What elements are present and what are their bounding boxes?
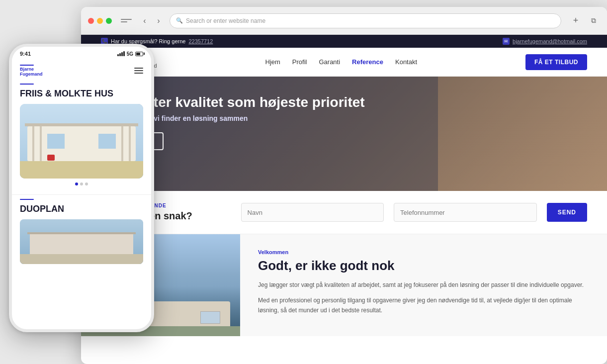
nav-hjem[interactable]: Hjem bbox=[265, 58, 280, 66]
signal-bar-1 bbox=[117, 54, 119, 56]
status-right: 5G bbox=[117, 51, 143, 57]
phone-card-house-body bbox=[27, 126, 136, 161]
phone-time: 9:41 bbox=[20, 51, 31, 57]
battery-icon bbox=[135, 52, 143, 56]
forward-button[interactable]: › bbox=[153, 15, 165, 27]
minimize-button[interactable] bbox=[97, 18, 103, 24]
mail-icon: ✉ bbox=[503, 38, 510, 45]
top-bar-phone[interactable]: 22357712 bbox=[188, 38, 213, 44]
top-bar-right: ✉ bjarnefugemand@hotmail.com bbox=[503, 38, 587, 45]
signal-bar-4 bbox=[123, 51, 125, 56]
phone-status-bar: 9:41 5G bbox=[12, 47, 151, 61]
signal-bar-3 bbox=[121, 52, 123, 56]
hero-section: Jeg sætter kvalitet som højeste priorite… bbox=[81, 77, 607, 191]
phone-pillar-2 bbox=[40, 126, 42, 161]
nav-garanti[interactable]: Garanti bbox=[319, 58, 340, 66]
phone-section-1-title: FRIIS & MOLKTE HUS bbox=[20, 89, 143, 99]
cta-button[interactable]: FÅ ET TILBUD bbox=[525, 54, 587, 70]
phone-pillar-3 bbox=[121, 126, 123, 161]
phone-dots bbox=[20, 182, 143, 185]
address-text: Search or enter website name bbox=[186, 17, 265, 24]
phone-logo-name: Bjarne bbox=[20, 67, 34, 72]
maximize-button[interactable] bbox=[106, 18, 112, 24]
phone-red-chair bbox=[47, 155, 55, 161]
top-bar-email[interactable]: bjarnefugemand@hotmail.com bbox=[513, 38, 587, 44]
phone-duoplan-building bbox=[30, 234, 133, 254]
phone-menu-line-2 bbox=[134, 70, 143, 71]
welcome-label: Velkommen bbox=[258, 249, 589, 255]
signal-bars bbox=[117, 51, 125, 56]
phone-frame: 9:41 5G Bjarne Fugemand bbox=[9, 44, 154, 332]
hero-title: Jeg sætter kvalitet som højeste priorite… bbox=[101, 94, 587, 110]
phone-logo-subtitle: Fugemand bbox=[20, 72, 43, 77]
website-content: 📞 Har du spørgsmål? Ring gerne 22357712 … bbox=[81, 35, 607, 364]
address-bar[interactable]: 🔍 Search or enter website name bbox=[170, 13, 561, 28]
welcome-text: Velkommen Godt, er ikke godt nok Jeg læg… bbox=[240, 234, 607, 336]
phone-menu-button[interactable] bbox=[134, 68, 143, 74]
nav-links: Hjem Profil Garanti Reference Kontakt bbox=[265, 58, 418, 66]
phone-card-ground bbox=[20, 161, 143, 179]
phone-section-2-title: DUOPLAN bbox=[20, 204, 143, 214]
phone-section-2: DUOPLAN bbox=[12, 194, 151, 268]
dot-3[interactable] bbox=[85, 182, 88, 185]
nav-arrows: ‹ › bbox=[139, 15, 165, 27]
contact-name-input[interactable] bbox=[241, 203, 384, 222]
phone-duoplan-image[interactable] bbox=[20, 219, 143, 264]
nav-kontakt[interactable]: Kontakt bbox=[395, 58, 417, 66]
phone-window-2 bbox=[98, 134, 116, 149]
signal-bar-2 bbox=[119, 53, 121, 56]
phone-pillar-1 bbox=[32, 126, 34, 161]
nav-reference[interactable]: Reference bbox=[352, 58, 383, 66]
copy-button[interactable]: ⧉ bbox=[587, 14, 600, 27]
welcome-title: Godt, er ikke godt nok bbox=[258, 258, 589, 273]
phone-pillar-4 bbox=[129, 126, 131, 161]
dot-1[interactable] bbox=[75, 182, 78, 185]
phone-menu-line-3 bbox=[134, 73, 143, 74]
phone-divider-1 bbox=[20, 84, 34, 85]
phone-divider-2 bbox=[20, 199, 34, 200]
welcome-body-2: Med en professionel og personlig tilgang… bbox=[258, 296, 589, 315]
battery-fill bbox=[136, 53, 140, 55]
phone-duoplan-ground bbox=[20, 254, 143, 264]
sidebar-toggle-button[interactable] bbox=[121, 16, 132, 25]
phone-section-1: FRIIS & MOLKTE HUS bbox=[12, 79, 151, 194]
dot-2[interactable] bbox=[80, 182, 83, 185]
contact-send-button[interactable]: SEND bbox=[547, 203, 587, 222]
top-bar: 📞 Har du spørgsmål? Ring gerne 22357712 … bbox=[81, 35, 607, 48]
phone-house-image[interactable] bbox=[20, 104, 143, 179]
traffic-lights bbox=[88, 18, 112, 24]
browser-chrome: ‹ › 🔍 Search or enter website name + ⧉ bbox=[81, 7, 607, 35]
building-window-right bbox=[200, 311, 220, 324]
network-indicator: 5G bbox=[127, 51, 133, 57]
main-nav: Bjarne Fugemand Hjem Profil Garanti Refe… bbox=[81, 48, 607, 77]
phone-logo-text: Bjarne Fugemand bbox=[20, 67, 43, 77]
phone-nav: Bjarne Fugemand bbox=[12, 61, 151, 79]
browser-actions: + ⧉ bbox=[569, 14, 600, 27]
contact-phone-input[interactable] bbox=[394, 203, 537, 222]
hero-subtitle: Tag fat i mig og vi finder en løsning sa… bbox=[101, 114, 587, 122]
search-icon: 🔍 bbox=[176, 17, 183, 24]
phone-menu-line-1 bbox=[134, 68, 143, 69]
contact-strip: HELT UFORPLIGTENDE Skal vi ta' en snak? … bbox=[81, 191, 607, 234]
phone-logo: Bjarne Fugemand bbox=[20, 65, 43, 77]
phone-logo-line bbox=[20, 65, 34, 66]
phone-window-1 bbox=[47, 134, 65, 149]
back-button[interactable]: ‹ bbox=[139, 15, 151, 27]
phone-duoplan-roof bbox=[27, 232, 136, 234]
close-button[interactable] bbox=[88, 18, 94, 24]
welcome-body-1: Jeg lægger stor vægt på kvaliteten af ar… bbox=[258, 280, 589, 290]
welcome-section: Velkommen Godt, er ikke godt nok Jeg læg… bbox=[81, 234, 607, 336]
hero-content: Jeg sætter kvalitet som højeste priorite… bbox=[81, 77, 607, 160]
new-tab-button[interactable]: + bbox=[569, 14, 582, 27]
nav-profil[interactable]: Profil bbox=[292, 58, 307, 66]
browser-window: ‹ › 🔍 Search or enter website name + ⧉ 📞… bbox=[81, 7, 607, 364]
